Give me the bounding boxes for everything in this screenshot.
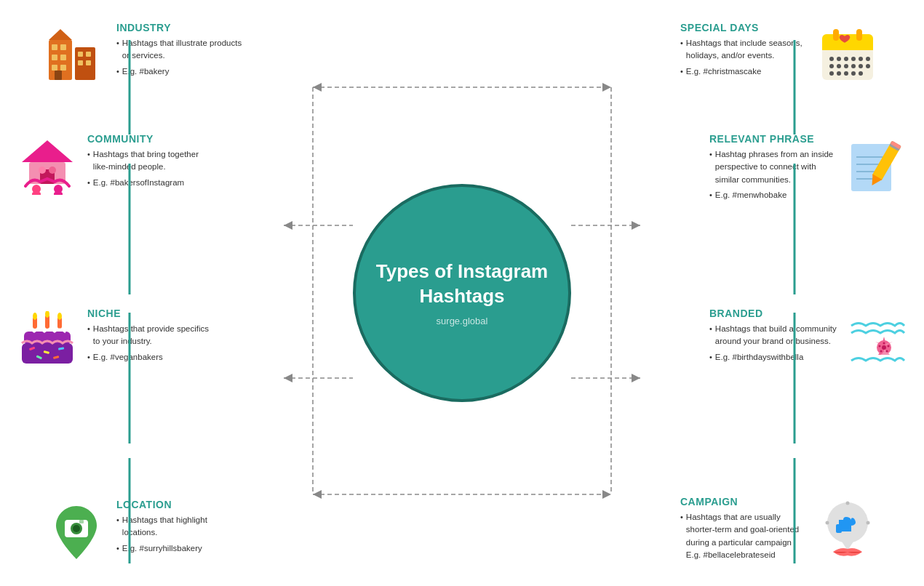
center-subtitle: surge.global: [437, 316, 488, 326]
svg-point-100: [888, 345, 890, 348]
community-bullet-1: Hashtags that bring together like-minded…: [93, 148, 215, 174]
svg-point-51: [844, 64, 848, 68]
svg-point-63: [39, 166, 46, 174]
industry-icon: [44, 22, 109, 87]
section-campaign: CAMPAIGN • Hashtags that are usually sho…: [680, 496, 880, 564]
svg-rect-36: [86, 60, 91, 65]
svg-marker-6: [313, 490, 322, 499]
branded-icon: [844, 308, 909, 373]
campaign-title: CAMPAIGN: [680, 496, 808, 507]
special-days-bullet-1: Hashtags that include seasons, holidays,…: [686, 37, 808, 63]
community-icon: [15, 133, 80, 198]
svg-point-103: [879, 345, 881, 348]
svg-point-83: [57, 313, 62, 320]
svg-point-56: [837, 71, 841, 76]
branded-bullet-1: Hashtags that build a community around y…: [715, 323, 837, 348]
special-days-title: SPECIAL DAYS: [680, 22, 808, 33]
svg-marker-7: [602, 490, 611, 499]
community-bullet-2: E.g. #bakersofInstagram: [93, 177, 184, 189]
svg-rect-33: [78, 52, 83, 57]
svg-marker-5: [602, 83, 611, 92]
svg-point-49: [829, 64, 834, 68]
svg-marker-60: [22, 140, 73, 162]
svg-point-102: [880, 350, 883, 353]
svg-rect-37: [55, 71, 62, 80]
campaign-text: CAMPAIGN • Hashtags that are usually sho…: [680, 496, 808, 564]
relevant-phrase-title: RELEVANT PHRASE: [709, 133, 837, 145]
svg-rect-42: [856, 29, 862, 41]
svg-point-59: [859, 71, 863, 76]
svg-point-48: [866, 57, 870, 61]
svg-rect-30: [60, 55, 66, 60]
svg-point-98: [882, 345, 886, 350]
branded-title: BRANDED: [709, 308, 837, 319]
center-title: Types of InstagramHashtags: [376, 260, 548, 309]
svg-marker-9: [284, 221, 292, 230]
community-title: COMMUNITY: [87, 133, 215, 145]
svg-marker-15: [632, 374, 640, 382]
svg-rect-107: [79, 520, 84, 523]
svg-rect-27: [52, 44, 57, 50]
svg-marker-26: [49, 29, 72, 40]
svg-point-50: [837, 64, 841, 68]
campaign-bullet-1: Hashtags that are usually shorter-term a…: [686, 511, 808, 561]
special-days-bullet-2: E.g. #christmascake: [686, 65, 762, 78]
svg-point-113: [846, 502, 850, 505]
relevant-phrase-icon: [844, 133, 909, 198]
industry-text: INDUSTRY • Hashtags that illustrate prod…: [116, 22, 244, 81]
niche-bullet-2: E.g. #veganbakers: [93, 351, 163, 364]
location-bullet-2: E.g. #surryhillsbakery: [122, 542, 202, 555]
svg-point-64: [49, 166, 56, 174]
relevant-phrase-bullet-1: Hashtag phrases from an inside perspecti…: [715, 148, 837, 186]
svg-point-44: [837, 57, 841, 61]
relevant-phrase-text: RELEVANT PHRASE • Hashtag phrases from a…: [709, 133, 837, 204]
niche-title: NICHE: [87, 308, 215, 319]
svg-point-54: [866, 64, 870, 68]
section-niche: NICHE • Hashtags that provide specifics …: [15, 308, 215, 373]
branded-bullet-2: E.g. #birthdayswithbella: [715, 351, 803, 364]
section-relevant: RELEVANT PHRASE • Hashtag phrases from a…: [709, 133, 909, 204]
svg-rect-40: [822, 46, 873, 50]
svg-point-43: [829, 57, 834, 61]
svg-point-45: [844, 57, 848, 61]
relevant-phrase-bullet-2: E.g. #menwhobake: [715, 189, 786, 201]
svg-rect-32: [60, 65, 66, 71]
location-bullet-1: Hashtags that highlight locations.: [122, 514, 244, 539]
center-circle: Types of InstagramHashtags surge.global: [353, 184, 571, 402]
svg-point-111: [826, 521, 829, 525]
svg-point-99: [883, 342, 885, 345]
svg-rect-67: [32, 192, 41, 195]
industry-bullet-2: E.g. #bakery: [122, 65, 170, 78]
svg-rect-41: [833, 29, 839, 41]
industry-bullet-1: Hashtags that illustrate products or ser…: [122, 37, 244, 63]
svg-point-57: [844, 71, 848, 76]
svg-rect-110: [836, 524, 842, 533]
svg-point-47: [859, 57, 863, 61]
svg-marker-4: [313, 83, 322, 92]
community-text: COMMUNITY • Hashtags that bring together…: [87, 133, 215, 192]
svg-point-52: [851, 64, 856, 68]
svg-point-106: [73, 525, 80, 532]
svg-point-112: [867, 521, 870, 525]
svg-point-53: [859, 64, 863, 68]
svg-rect-31: [52, 65, 57, 71]
svg-point-55: [829, 71, 834, 76]
section-branded: BRANDED • Hashtags that build a communit…: [709, 308, 909, 373]
niche-text: NICHE • Hashtags that provide specifics …: [87, 308, 215, 366]
svg-marker-13: [284, 374, 292, 382]
section-location: LOCATION • Hashtags that highlight locat…: [44, 499, 244, 564]
location-text: LOCATION • Hashtags that highlight locat…: [116, 499, 244, 558]
niche-bullet-1: Hashtags that provide specifics to your …: [93, 323, 215, 348]
svg-rect-29: [52, 55, 57, 60]
svg-rect-34: [86, 52, 91, 57]
special-days-text: SPECIAL DAYS • Hashtags that include sea…: [680, 22, 808, 81]
svg-rect-28: [60, 44, 66, 50]
svg-marker-11: [632, 221, 640, 230]
section-special: SPECIAL DAYS • Hashtags that include sea…: [680, 22, 880, 87]
section-community: COMMUNITY • Hashtags that bring together…: [15, 133, 215, 198]
svg-point-58: [851, 71, 856, 76]
main-container: Types of InstagramHashtags surge.global: [0, 0, 924, 586]
industry-title: INDUSTRY: [116, 22, 244, 33]
branded-text: BRANDED • Hashtags that build a communit…: [709, 308, 837, 366]
section-industry: INDUSTRY • Hashtags that illustrate prod…: [44, 22, 244, 87]
